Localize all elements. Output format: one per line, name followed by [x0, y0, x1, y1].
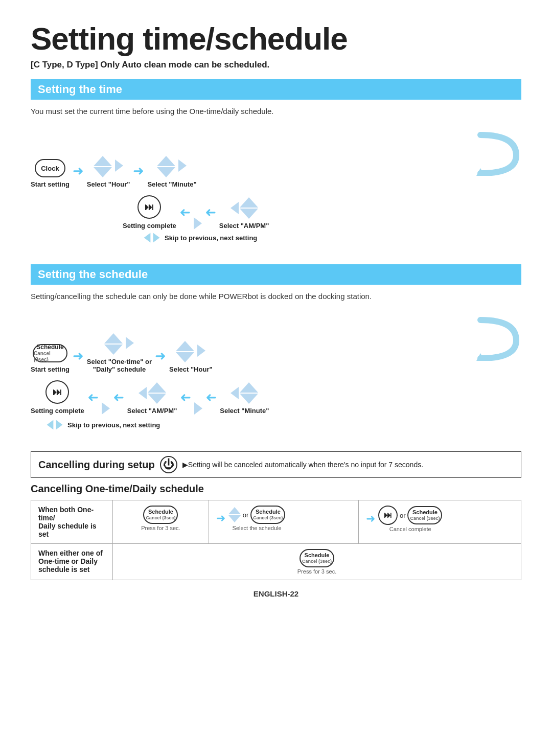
time-diagram: Clock Start setting ➜ Select "Hour" ➜	[31, 125, 521, 249]
sched-arrow-left-2: ➜	[112, 390, 125, 415]
time-step-clock-label: Start setting	[31, 180, 70, 188]
col2-content: ➜ or Schedule Cancel (3sec) Select th	[216, 506, 351, 531]
arrow-left-2: ➜	[204, 204, 217, 230]
page-title: Setting time/schedule	[31, 20, 521, 57]
schedule-step-hour-label: Select "Hour"	[169, 365, 213, 373]
cancel-schedule-table: When both One-time/ Daily schedule is se…	[31, 500, 521, 580]
cancel-row-either-label: When either one of One-time or Daily sch…	[31, 544, 113, 580]
cancel-setup-note: ▶Setting will be canceled automatically …	[182, 461, 423, 469]
sched-arrow-left-1: ➜	[86, 390, 100, 415]
schedule-icon-1: Schedule Cancel (3sec)	[143, 506, 178, 524]
schedule-step-hour: Select "Hour"	[169, 341, 213, 373]
section-schedule-desc: Setting/cancelling the schedule can only…	[31, 292, 521, 301]
sched-step-minute-label: Select "Minute"	[220, 407, 269, 415]
time-step-minute-label: Select "Minute"	[147, 180, 196, 188]
cancel-row-both-label: When both One-time/ Daily schedule is se…	[31, 500, 113, 544]
sched-step-ampm: Select "AM/PM"	[127, 382, 177, 415]
time-step-hour-label: Select "Hour"	[87, 180, 130, 188]
cancel-row-both-col3: ➜ ⏭ or Schedule Cancel (3sec) Cancel com…	[358, 500, 521, 544]
time-step-complete-label: Setting complete	[123, 222, 176, 230]
skip-label-schedule: Skip to previous, next setting	[67, 421, 160, 429]
sched-step-complete-label: Setting complete	[31, 407, 84, 415]
time-step-minute: Select "Minute"	[147, 156, 196, 188]
skip-chevrons-schedule	[46, 419, 63, 431]
playpause-button-schedule: ⏭	[45, 380, 69, 404]
cancel-setup-bar: Cancelling during setup ⏻ ▶Setting will …	[31, 451, 521, 478]
section-time-header: Setting the time	[31, 79, 521, 100]
schedule-btn-col1: Schedule Cancel (3sec) Press for 3 sec.	[120, 506, 201, 531]
col3-content: ➜ ⏭ or Schedule Cancel (3sec) Cancel com…	[366, 506, 514, 532]
time-step-hour: Select "Hour"	[87, 156, 130, 188]
cancel-row-both-col2: ➜ or Schedule Cancel (3sec) Select th	[209, 500, 358, 544]
schedule-step-type-label: Select "One-time" or "Daily" schedule	[87, 358, 152, 373]
curve-arrow-time	[475, 130, 521, 178]
schedule-icon-3: Schedule Cancel (3sec)	[407, 506, 442, 524]
schedule-btn-col3: ⏭ or Schedule Cancel (3sec) Cancel compl…	[378, 506, 443, 532]
arrow-2: ➜	[132, 163, 145, 188]
cancel-row-either-content: Schedule Cancel (3sec) Press for 3 sec.	[113, 544, 521, 580]
schedule-btn-either: Schedule Cancel (3sec) Press for 3 sec.	[120, 549, 514, 575]
page-number: ENGLISH-22	[31, 589, 521, 598]
arrow-left-1: ➜	[178, 204, 192, 230]
schedule-step-type: Select "One-time" or "Daily" schedule	[87, 333, 152, 373]
schedule-step-start: Schedule Cancel (3sec) Start setting	[31, 344, 70, 373]
schedule-icon-either: Schedule Cancel (3sec)	[300, 549, 334, 567]
power-icon: ⏻	[160, 456, 177, 473]
sched-arrow-left-4: ➜	[204, 390, 218, 415]
time-skip-row: Skip to previous, next setting	[41, 232, 521, 244]
cancel-schedule-header: Cancelling One-time/Daily schedule	[31, 483, 521, 495]
schedule-btn-col2: or Schedule Cancel (3sec) Select the sch…	[228, 506, 286, 531]
arrow-col2: ➜	[216, 512, 225, 525]
clock-button: Clock	[35, 159, 65, 177]
cancel-setup-title: Cancelling during setup	[38, 459, 155, 471]
schedule-diagram: Schedule Cancel (3sec) Start setting ➜	[31, 310, 521, 436]
section-time: Setting the time You must set the curren…	[31, 79, 521, 249]
sched-step-ampm-label: Select "AM/PM"	[127, 407, 177, 415]
section-time-desc: You must set the current time before usi…	[31, 107, 521, 116]
cancel-table-row-both: When both One-time/ Daily schedule is se…	[31, 500, 521, 544]
time-step-ampm: Select "AM/PM"	[219, 197, 269, 230]
playpause-icon-cancel: ⏭	[378, 506, 398, 525]
col2-sub-label: Select the schedule	[233, 525, 282, 531]
cancel-table-row-either: When either one of One-time or Daily sch…	[31, 544, 521, 580]
sched-arrow-2: ➜	[154, 348, 167, 373]
schedule-button: Schedule Cancel (3sec)	[33, 344, 67, 362]
schedule-skip-row: Skip to previous, next setting	[41, 419, 521, 431]
page-subtitle: [C Type, D Type] Only Auto clean mode ca…	[31, 60, 521, 70]
sched-chev-r1	[102, 402, 110, 415]
or-text-1: or	[243, 511, 249, 519]
section-schedule-header: Setting the schedule	[31, 264, 521, 285]
schedule-icon-2: Schedule Cancel (3sec)	[250, 506, 285, 524]
time-row2: ⏭ Setting complete ➜ ➜ Select "AM/PM"	[31, 195, 521, 230]
arrow-col3: ➜	[366, 512, 375, 525]
arrow-1: ➜	[72, 163, 85, 188]
curve-arrow-schedule	[475, 315, 521, 363]
or-text-2: or	[400, 512, 406, 519]
time-step-complete: ⏭ Setting complete	[123, 195, 176, 230]
schedule-step-start-label: Start setting	[31, 365, 70, 373]
skip-chevrons-time	[143, 232, 160, 244]
sched-chev-r2	[194, 402, 202, 415]
skip-label-time: Skip to previous, next setting	[165, 234, 257, 242]
sched-arrow-1: ➜	[72, 348, 85, 373]
col3-sub-label: Cancel complete	[389, 526, 431, 532]
sched-step-complete: ⏭ Setting complete	[31, 380, 84, 415]
playpause-button-time: ⏭	[137, 195, 161, 219]
cancel-row-both-col1: Schedule Cancel (3sec) Press for 3 sec.	[113, 500, 209, 544]
either-sub-label: Press for 3 sec.	[297, 568, 336, 575]
time-step-clock: Clock Start setting	[31, 159, 70, 188]
schedule-row2: ⏭ Setting complete ➜ ➜ Select "AM/PM"	[31, 380, 521, 415]
sched-step-minute: Select "Minute"	[220, 382, 269, 415]
col1-sub-label: Press for 3 sec.	[141, 525, 180, 531]
time-step-right-chev	[194, 217, 202, 230]
sched-arrow-left-3: ➜	[179, 390, 192, 415]
time-step-ampm-label: Select "AM/PM"	[219, 222, 269, 230]
section-schedule: Setting the schedule Setting/cancelling …	[31, 264, 521, 436]
